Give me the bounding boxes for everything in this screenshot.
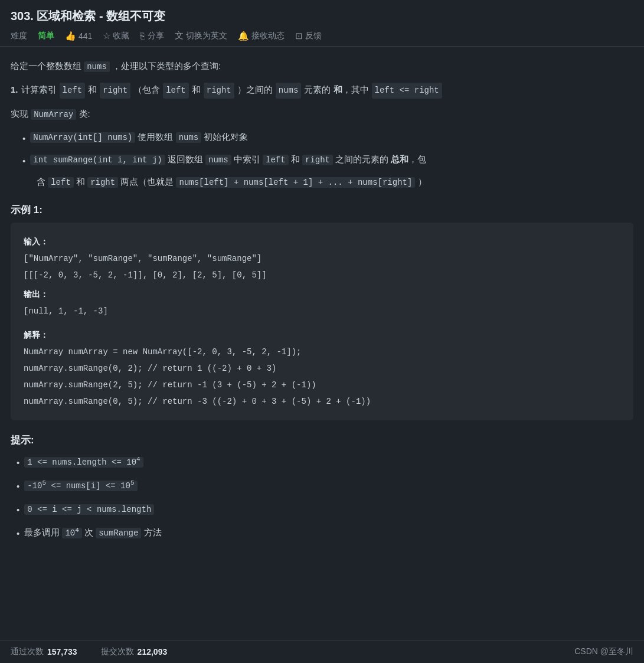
- hint-4-content: 最多调用 104 次 sumRange 方法: [24, 524, 161, 541]
- explain-label-text: 解释：: [24, 330, 48, 339]
- step1-line: 1. 计算索引 left 和 right （包含 left 和 right ）之…: [11, 81, 633, 99]
- code-left4: left: [48, 177, 74, 188]
- step1-calc-text: 计算索引: [21, 81, 57, 97]
- hint-1-code: 1 <= nums.length <= 104: [24, 457, 143, 468]
- hint-3-content: 0 <= i <= j < nums.length: [24, 501, 154, 517]
- subscribe-button[interactable]: 🔔 接收动态: [238, 31, 285, 41]
- method-list-item-1: • NumArray(int[] nums) 使用数组 nums 初始化对象: [22, 129, 633, 146]
- output-label: 输出：: [24, 286, 620, 303]
- code-right4: right: [87, 177, 118, 188]
- hint-1-content: 1 <= nums.length <= 104: [24, 453, 143, 470]
- share-icon: ⎘: [140, 31, 145, 41]
- bullet-1: •: [22, 130, 25, 146]
- step1-and2: 和: [192, 81, 201, 97]
- switch-lang-label: 切换为英文: [186, 31, 227, 41]
- pass-stat: 通过次数 157,733: [11, 646, 77, 657]
- switch-lang-button[interactable]: 文 切换为英文: [175, 30, 227, 41]
- example-section-title: 示例 1:: [11, 203, 633, 217]
- explain-label: 解释：: [24, 326, 620, 344]
- input-label-text: 输入：: [24, 237, 48, 246]
- collect-label: 收藏: [113, 31, 129, 41]
- likes-item[interactable]: 👍 441: [65, 31, 92, 41]
- inline-code-left2: left: [163, 83, 189, 99]
- problem-title: 303. 区域和检索 - 数组不可变: [11, 8, 633, 24]
- step1-paren: （包含: [133, 81, 160, 97]
- inline-code-cond: left <= right: [372, 83, 442, 99]
- step1-between: ）之间的: [237, 81, 273, 97]
- bold-sum: 总和: [391, 154, 408, 164]
- collect-button[interactable]: ☆ 收藏: [103, 31, 129, 41]
- method-2-line1: • int sumRange(int i, int j) 返回数组 nums 中…: [22, 151, 426, 169]
- title-text: 303. 区域和检索 - 数组不可变: [11, 9, 165, 22]
- code-left3: left: [263, 155, 289, 165]
- code-sumrange: int sumRange(int i, int j): [30, 155, 165, 165]
- share-button[interactable]: ⎘ 分享: [140, 31, 164, 41]
- feedback-icon: ⊡: [295, 31, 303, 41]
- hint-3-code: 0 <= i <= j < nums.length: [24, 504, 154, 515]
- hint-item-2: • -105 <= nums[i] <= 105: [17, 476, 633, 494]
- hint-4-method: sumRange: [96, 528, 141, 538]
- pass-value: 157,733: [47, 647, 77, 657]
- submit-label: 提交次数: [101, 646, 134, 657]
- inline-code-right2: right: [204, 83, 234, 99]
- hint-2-code: -105 <= nums[i] <= 105: [24, 481, 137, 491]
- hint-bullet-4: •: [17, 525, 19, 541]
- method-1-text: NumArray(int[] nums) 使用数组 nums 初始化对象: [30, 129, 248, 145]
- hint-item-3: • 0 <= i <= j < nums.length: [17, 500, 633, 518]
- submit-value: 212,093: [138, 647, 168, 657]
- method-list: • NumArray(int[] nums) 使用数组 nums 初始化对象 •…: [22, 129, 633, 190]
- code-nums-ref2: nums: [205, 155, 231, 165]
- method-2-line2: 含 left 和 right 两点（也就是 nums[left] + nums[…: [37, 174, 427, 190]
- bullet-2: •: [22, 153, 25, 169]
- hint-item-4: • 最多调用 104 次 sumRange 方法: [17, 524, 633, 541]
- subscribe-label: 接收动态: [251, 31, 285, 41]
- explain-line2: numArray.sumRange(0, 2); // return 1 ((-…: [24, 360, 620, 377]
- step-number: 1.: [11, 81, 18, 97]
- explain-line3: numArray.sumRange(2, 5); // return -1 (3…: [24, 377, 620, 393]
- method-2-text: int sumRange(int i, int j) 返回数组 nums 中索引…: [30, 151, 426, 168]
- input-line2: [[[-2, 0, 3, -5, 2, -1]], [0, 2], [2, 5]…: [24, 267, 620, 283]
- inline-code-nums2: nums: [276, 83, 302, 99]
- output-line: [null, 1, -1, -3]: [24, 303, 620, 319]
- share-label: 分享: [148, 31, 164, 41]
- hints-title: 提示:: [11, 433, 633, 447]
- inline-code-right: right: [100, 83, 130, 99]
- method-list-item-2: • int sumRange(int i, int j) 返回数组 nums 中…: [22, 151, 633, 190]
- intro-text: 给定一个整数数组 nums ，处理以下类型的多个查询:: [11, 58, 633, 74]
- hints-section: 提示: • 1 <= nums.length <= 104 • -105 <= …: [11, 433, 633, 541]
- code-nums-ref: nums: [176, 132, 202, 143]
- step1-elem: 元素的 和，其中: [304, 81, 368, 97]
- step1-and1: 和: [88, 81, 97, 97]
- hints-list: • 1 <= nums.length <= 104 • -105 <= nums…: [17, 453, 633, 541]
- difficulty-value: 简单: [38, 31, 54, 41]
- bell-icon: 🔔: [238, 31, 249, 41]
- code-formula: nums[left] + nums[left + 1] + ... + nums…: [176, 177, 415, 188]
- hint-bullet-3: •: [17, 502, 19, 518]
- feedback-button[interactable]: ⊡ 反馈: [295, 31, 322, 41]
- main-content: 给定一个整数数组 nums ，处理以下类型的多个查询: 1. 计算索引 left…: [0, 47, 644, 541]
- code-constructor: NumArray(int[] nums): [30, 132, 135, 143]
- input-line1: ["NumArray", "sumRange", "sumRange", "su…: [24, 250, 620, 267]
- hint-4-code: 104: [62, 528, 81, 538]
- problem-header: 303. 区域和检索 - 数组不可变 难度 简单 👍 441 ☆ 收藏 ⎘ 分享…: [0, 0, 644, 47]
- star-icon: ☆: [103, 31, 110, 41]
- difficulty-label: 难度: [11, 31, 27, 41]
- inline-code-left: left: [60, 83, 86, 99]
- hint-2-content: -105 <= nums[i] <= 105: [24, 477, 137, 494]
- feedback-label: 反馈: [305, 31, 322, 41]
- hint-item-1: • 1 <= nums.length <= 104: [17, 453, 633, 471]
- inline-code-numarray: NumArray: [31, 109, 76, 120]
- hint-bullet-2: •: [17, 478, 19, 494]
- like-icon: 👍: [65, 31, 76, 41]
- hint-bullet-1: •: [17, 455, 19, 471]
- likes-count: 441: [79, 31, 92, 41]
- explain-line1: NumArray numArray = new NumArray([-2, 0,…: [24, 344, 620, 360]
- code-right3: right: [302, 155, 333, 165]
- explain-line4: numArray.sumRange(0, 5); // return -3 ((…: [24, 393, 620, 410]
- problem-description: 给定一个整数数组 nums ，处理以下类型的多个查询: 1. 计算索引 left…: [11, 58, 633, 190]
- meta-bar: 难度 简单 👍 441 ☆ 收藏 ⎘ 分享 文 切换为英文 🔔 接收动态 ⊡ 反…: [11, 30, 633, 41]
- example-box: 输入： ["NumArray", "sumRange", "sumRange",…: [11, 223, 633, 420]
- brand: CSDN @至冬川: [574, 646, 633, 657]
- input-label: 输入：: [24, 233, 620, 250]
- lang-icon: 文: [175, 30, 184, 41]
